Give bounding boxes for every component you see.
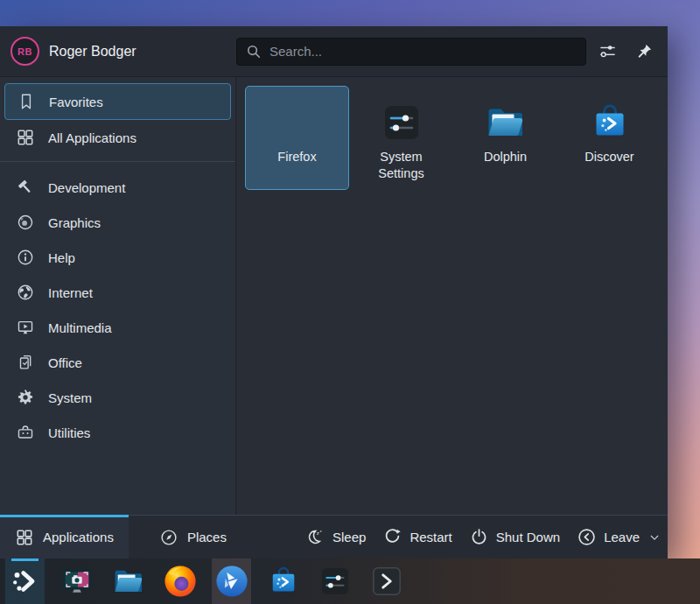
sidebar-item-internet[interactable]: Internet [4,275,231,310]
app-tile-system-settings[interactable]: System Settings [349,86,453,190]
sidebar-item-development[interactable]: Development [4,170,231,205]
action-label: Leave [604,530,640,544]
configure-sliders-icon[interactable] [596,40,619,63]
taskbar-item-discover[interactable] [263,558,303,604]
sleep-button[interactable]: zz Sleep [305,527,366,547]
sidebar-item-label: Internet [48,285,93,300]
restart-icon [382,527,402,547]
terminal-icon [370,565,403,598]
sidebar-separator [0,161,235,162]
sidebar-item-system[interactable]: System [4,380,231,415]
globe-icon [16,283,35,302]
active-tab-indicator [0,515,129,517]
chevron-down-icon[interactable] [648,531,661,544]
sidebar-item-multimedia[interactable]: Multimedia [4,310,231,345]
firefox-icon [164,565,197,598]
tab-label: Applications [43,530,114,544]
folder-icon [453,102,557,144]
system-settings-icon [349,102,453,144]
compass-icon [159,528,178,547]
taskbar-item-konsole[interactable] [367,558,406,604]
action-label: Shut Down [496,530,560,544]
app-tile-dolphin[interactable]: Dolphin [453,86,557,190]
discover-bag-icon [557,102,662,144]
sidebar: Favorites All Applications Development [0,77,236,515]
power-icon [469,527,489,547]
sidebar-item-label: Help [48,250,75,265]
app-tile-firefox[interactable]: Firefox [245,86,349,190]
kickoff-icon [9,565,42,598]
taskbar-item-dolphin[interactable] [108,558,148,604]
launcher-header: RB Roger Bodger Search... [0,26,668,77]
discover-bag-icon [267,565,300,598]
shut-down-button[interactable]: Shut Down [469,527,560,547]
sidebar-item-label: Office [48,355,82,370]
sidebar-item-label: Favorites [49,95,103,109]
application-launcher-window: RB Roger Bodger Search... [0,26,668,558]
avatar[interactable]: RB [10,37,39,66]
search-placeholder: Search... [270,44,322,59]
app-label: Dolphin [465,149,547,165]
folder-icon [112,565,145,598]
leave-button[interactable]: Leave [577,527,661,547]
gear-icon [16,388,35,407]
system-settings-icon [318,565,352,598]
sidebar-item-label: Development [48,180,125,195]
tab-places[interactable]: Places [144,516,242,558]
pin-icon[interactable] [633,40,655,63]
launcher-footer: Applications Places zz Sleep Restart [0,515,668,558]
sidebar-item-label: Multimedia [48,320,112,335]
sidebar-item-utilities[interactable]: Utilities [4,415,231,450]
toolbox-icon [16,423,35,442]
app-label: Discover [569,149,651,165]
taskbar-app-launcher-button[interactable] [5,558,45,604]
action-label: Restart [410,530,452,544]
active-task-indicator [11,558,38,561]
header-actions [596,40,668,63]
svg-text:z: z [317,530,319,536]
search-icon [246,44,262,60]
user-name: Roger Bodger [49,44,136,60]
sidebar-item-office[interactable]: Office [4,345,231,380]
grid-icon [15,528,34,547]
leave-icon [577,527,597,547]
sidebar-item-label: Graphics [48,215,101,230]
app-grid: Firefox System Settings Dolphin Discover [236,77,668,515]
hammer-icon [16,178,35,197]
search-input[interactable]: Search... [236,38,586,66]
taskbar-item-system-settings[interactable] [315,558,354,604]
info-icon [16,248,35,267]
sidebar-item-label: All Applications [48,130,136,145]
kde-logo-icon [215,565,248,598]
bookmark-icon [17,92,36,111]
sidebar-item-graphics[interactable]: Graphics [4,205,231,240]
sidebar-item-help[interactable]: Help [4,240,231,275]
sidebar-item-label: System [48,390,92,405]
screenshot-icon [60,565,94,598]
app-label: Firefox [256,149,339,165]
app-label: System Settings [360,149,443,182]
taskbar-item-firefox[interactable] [160,558,200,604]
action-label: Sleep [332,530,366,544]
svg-text:z: z [319,529,321,533]
sidebar-item-all-applications[interactable]: All Applications [4,120,231,155]
moon-icon: zz [305,527,326,547]
app-tile-discover[interactable]: Discover [557,86,662,190]
sidebar-item-favorites[interactable]: Favorites [4,83,231,120]
tab-label: Places [187,530,227,544]
session-actions: zz Sleep Restart Shut Down Lea [305,527,661,547]
grid-icon [16,128,35,147]
graphics-icon [16,213,35,232]
taskbar-panel [0,558,700,604]
monitor-play-icon [16,318,35,337]
firefox-icon [246,102,348,144]
documents-icon [16,353,35,372]
taskbar-item-spectacle[interactable] [57,558,96,604]
tab-applications[interactable]: Applications [0,516,129,558]
taskbar-item-kde-app[interactable] [212,558,251,604]
launcher-body: Favorites All Applications Development [0,77,668,515]
restart-button[interactable]: Restart [382,527,452,547]
sidebar-item-label: Utilities [48,425,90,440]
user-block: RB Roger Bodger [0,37,236,66]
